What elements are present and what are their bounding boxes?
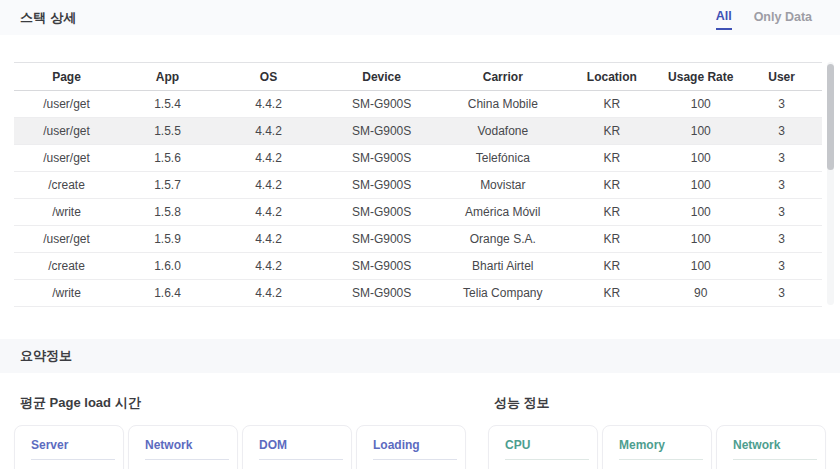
- page-load-cards: Server Network DOM Loading: [14, 425, 466, 469]
- cell-device: SM-G900S: [321, 199, 442, 226]
- table-header-row: Page App OS Device Carrior Location Usag…: [14, 63, 822, 91]
- cell-page: /write: [14, 199, 119, 226]
- card-underline: [259, 459, 343, 460]
- cell-app: 1.5.7: [119, 172, 216, 199]
- card-loading-label: Loading: [357, 426, 465, 452]
- performance-cards: CPU Memory Network: [488, 425, 826, 469]
- summary-section-header: 요약정보: [0, 339, 840, 373]
- cell-os: 4.4.2: [216, 91, 321, 118]
- cell-location: KR: [563, 226, 660, 253]
- performance-section: 성능 정보 CPU Memory Network: [488, 394, 826, 469]
- card-memory-label: Memory: [603, 426, 711, 452]
- card-network: Network: [128, 425, 238, 469]
- cell-device: SM-G900S: [321, 91, 442, 118]
- table-row[interactable]: /user/get 1.5.5 4.4.2 SM-G900S Vodafone …: [14, 118, 822, 145]
- cell-page: /create: [14, 172, 119, 199]
- page-load-section-title: 평균 Page load 시간: [20, 394, 466, 412]
- cell-page: /user/get: [14, 91, 119, 118]
- cell-app: 1.5.9: [119, 226, 216, 253]
- card-underline: [505, 459, 589, 460]
- cell-device: SM-G900S: [321, 280, 442, 307]
- column-header-user: User: [741, 63, 822, 91]
- cell-device: SM-G900S: [321, 253, 442, 280]
- card-underline: [31, 459, 115, 460]
- cell-device: SM-G900S: [321, 172, 442, 199]
- cell-user: 3: [741, 199, 822, 226]
- cell-os: 4.4.2: [216, 253, 321, 280]
- cell-app: 1.5.8: [119, 199, 216, 226]
- card-underline: [145, 459, 229, 460]
- table-scrollbar-thumb[interactable]: [827, 64, 834, 170]
- cell-user: 3: [741, 118, 822, 145]
- stack-detail-table: Page App OS Device Carrior Location Usag…: [14, 62, 834, 307]
- cell-user: 3: [741, 91, 822, 118]
- table-row[interactable]: /write 1.5.8 4.4.2 SM-G900S América Móvi…: [14, 199, 822, 226]
- cell-carrior: América Móvil: [442, 199, 563, 226]
- column-header-carrior: Carrior: [442, 63, 563, 91]
- column-header-device: Device: [321, 63, 442, 91]
- page-title: 스택 상세: [20, 9, 77, 27]
- cell-page: /user/get: [14, 118, 119, 145]
- cell-location: KR: [563, 199, 660, 226]
- table-row[interactable]: /user/get 1.5.4 4.4.2 SM-G900S China Mob…: [14, 91, 822, 118]
- card-loading: Loading: [356, 425, 466, 469]
- cell-location: KR: [563, 145, 660, 172]
- cell-location: KR: [563, 172, 660, 199]
- table-row[interactable]: /user/get 1.5.9 4.4.2 SM-G900S Orange S.…: [14, 226, 822, 253]
- cell-carrior: Movistar: [442, 172, 563, 199]
- table-row[interactable]: /write 1.6.4 4.4.2 SM-G900S Telia Compan…: [14, 280, 822, 307]
- cell-usage-rate: 100: [660, 199, 741, 226]
- card-cpu-label: CPU: [489, 426, 597, 452]
- cell-carrior: Telia Company: [442, 280, 563, 307]
- card-network-label: Network: [129, 426, 237, 452]
- cell-page: /user/get: [14, 145, 119, 172]
- cell-location: KR: [563, 280, 660, 307]
- table-row[interactable]: /user/get 1.5.6 4.4.2 SM-G900S Telefónic…: [14, 145, 822, 172]
- cell-user: 3: [741, 253, 822, 280]
- card-cpu: CPU: [488, 425, 598, 469]
- cell-usage-rate: 100: [660, 118, 741, 145]
- card-network-perf: Network: [716, 425, 826, 469]
- table-row[interactable]: /create 1.6.0 4.4.2 SM-G900S Bharti Airt…: [14, 253, 822, 280]
- cell-os: 4.4.2: [216, 280, 321, 307]
- cell-os: 4.4.2: [216, 118, 321, 145]
- bottom-sections: 평균 Page load 시간 Server Network DOM Loadi…: [0, 394, 840, 469]
- column-header-app: App: [119, 63, 216, 91]
- cell-usage-rate: 100: [660, 226, 741, 253]
- summary-title: 요약정보: [20, 347, 72, 365]
- tab-all[interactable]: All: [716, 5, 732, 30]
- cell-usage-rate: 100: [660, 253, 741, 280]
- table-scrollbar[interactable]: [827, 62, 834, 305]
- card-dom-label: DOM: [243, 426, 351, 452]
- cell-app: 1.5.5: [119, 118, 216, 145]
- page-load-section: 평균 Page load 시간 Server Network DOM Loadi…: [14, 394, 466, 469]
- card-server-label: Server: [15, 426, 123, 452]
- cell-carrior: Telefónica: [442, 145, 563, 172]
- card-network-perf-label: Network: [717, 426, 825, 452]
- cell-location: KR: [563, 91, 660, 118]
- cell-os: 4.4.2: [216, 145, 321, 172]
- cell-location: KR: [563, 118, 660, 145]
- cell-device: SM-G900S: [321, 118, 442, 145]
- cell-user: 3: [741, 280, 822, 307]
- cell-usage-rate: 100: [660, 91, 741, 118]
- table-row[interactable]: /create 1.5.7 4.4.2 SM-G900S Movistar KR…: [14, 172, 822, 199]
- card-underline: [373, 459, 457, 460]
- cell-os: 4.4.2: [216, 226, 321, 253]
- column-header-os: OS: [216, 63, 321, 91]
- tab-group: All Only Data: [716, 5, 812, 30]
- tab-only-data[interactable]: Only Data: [754, 6, 812, 29]
- card-server: Server: [14, 425, 124, 469]
- cell-usage-rate: 90: [660, 280, 741, 307]
- card-memory: Memory: [602, 425, 712, 469]
- cell-carrior: Vodafone: [442, 118, 563, 145]
- cell-user: 3: [741, 172, 822, 199]
- cell-page: /create: [14, 253, 119, 280]
- cell-device: SM-G900S: [321, 226, 442, 253]
- cell-usage-rate: 100: [660, 145, 741, 172]
- cell-page: /user/get: [14, 226, 119, 253]
- cell-page: /write: [14, 280, 119, 307]
- cell-carrior: Orange S.A.: [442, 226, 563, 253]
- cell-app: 1.6.4: [119, 280, 216, 307]
- card-dom: DOM: [242, 425, 352, 469]
